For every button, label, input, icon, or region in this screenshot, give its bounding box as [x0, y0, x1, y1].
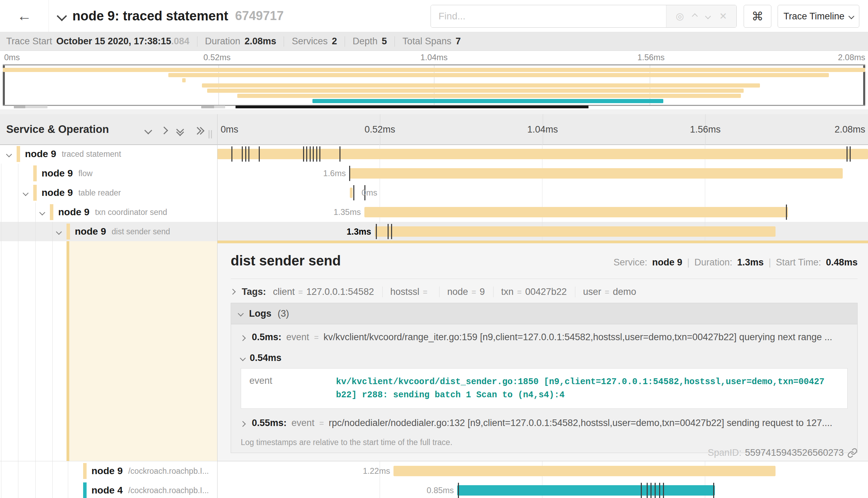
chevron-right-icon [230, 289, 236, 295]
span-tree-row[interactable]: node 9dist sender send [0, 222, 217, 241]
span-detail-panel: dist sender send Service: node 9 | Durat… [218, 241, 868, 461]
span-bar[interactable] [217, 149, 868, 159]
span-log-tick [248, 146, 249, 162]
tree-chevron-icon[interactable] [40, 210, 44, 216]
span-id-value: 5597415943526560273 [745, 447, 844, 458]
span-color-strip [17, 146, 20, 162]
span-log-tick [655, 483, 656, 498]
span-timeline-row[interactable]: 1.22ms [217, 461, 868, 481]
minimap-strip-segment [201, 106, 214, 108]
span-tree-row[interactable]: node 9txn coordinator send [0, 202, 217, 222]
span-log-tick [245, 146, 246, 162]
tag-item[interactable]: user=demo [583, 287, 645, 297]
expand-one-icon[interactable] [160, 127, 168, 135]
span-timeline-row[interactable]: 1.6ms [217, 164, 868, 183]
service-value: node 9 [652, 257, 682, 268]
deep-link-icon[interactable] [847, 448, 858, 458]
span-log-tick [316, 146, 317, 162]
back-button[interactable]: ← [0, 0, 49, 32]
span-log-tick [339, 146, 340, 162]
locate-icon[interactable]: ◎ [676, 12, 684, 21]
tag-key: client [273, 287, 295, 297]
minimap-tick-labels: 0ms0.52ms1.04ms1.56ms2.08ms [0, 52, 868, 63]
trace-view-label: Trace Timeline [783, 11, 844, 22]
minimap-span-bar [312, 99, 663, 103]
span-log-tick [242, 146, 243, 162]
span-log-tick [663, 483, 664, 498]
tree-chevron-icon[interactable] [57, 229, 61, 235]
span-tree-row[interactable]: node 4/cockroach.roachpb.I... [0, 481, 217, 498]
logs-accordion: Logs (3) 0.5ms: event = kv/kvclient/kvco… [231, 303, 858, 453]
find-input[interactable] [431, 5, 666, 27]
span-timeline-row[interactable]: 1.3ms [217, 222, 868, 241]
timeline-table-header: Service & Operation 0ms0.52ms1.04ms1.56m… [0, 114, 868, 145]
span-log-tick [259, 146, 260, 162]
tag-item[interactable]: hostssl= [390, 287, 440, 297]
minimap-canvas[interactable] [3, 64, 865, 106]
logs-count: (3) [278, 308, 289, 319]
duration-label: Duration: [694, 257, 733, 268]
span-bar[interactable] [350, 188, 353, 198]
span-operation-name: /cockroach.roachpb.I... [128, 467, 209, 476]
tag-key: hostssl [390, 287, 419, 297]
span-timeline-row[interactable]: 0.85ms [217, 481, 868, 498]
span-log-tick [313, 146, 314, 162]
find-clear-icon[interactable]: ✕ [719, 12, 727, 21]
minimap-strip-segment [214, 106, 225, 108]
tree-chevron-icon[interactable] [24, 190, 28, 197]
span-bar[interactable] [375, 226, 776, 237]
column-resize-grip[interactable] [209, 130, 212, 138]
span-tree-row[interactable]: node 9/cockroach.roachpb.I... [0, 461, 217, 481]
span-tree-row[interactable]: node 9flow [0, 164, 217, 183]
collapse-all-icon[interactable] [177, 127, 184, 134]
tag-item[interactable]: client=127.0.0.1:54582 [273, 287, 383, 297]
section-divider [0, 109, 868, 115]
collapse-trace-chevron-icon[interactable] [57, 11, 67, 21]
span-bar[interactable] [364, 207, 788, 217]
span-tree-row[interactable]: node 9table reader [0, 183, 217, 202]
tree-guide [18, 164, 18, 498]
expand-all-icon[interactable] [195, 127, 203, 134]
span-service-name: node 4 [91, 485, 123, 496]
timeline-tick-label: 1.56ms [690, 124, 721, 135]
trace-summary-bar: Trace StartOctober 15 2020, 17:38:15.084… [0, 32, 868, 51]
tag-item[interactable]: node=9 [447, 287, 494, 297]
span-duration-label: 0ms [362, 188, 377, 198]
chevron-down-icon [240, 355, 246, 361]
span-timeline-row[interactable]: 1.35ms [217, 202, 868, 222]
span-color-strip [67, 224, 70, 239]
trace-id-short: 6749717 [235, 9, 284, 23]
chevron-down-icon [849, 13, 854, 19]
timeline-tick-label: 2.08ms [838, 53, 865, 62]
span-timeline-row[interactable]: 0ms [217, 183, 868, 202]
span-log-tick [231, 146, 232, 162]
span-operation-name: /cockroach.roachpb.I... [128, 486, 209, 495]
log-entry-expanded-header[interactable]: 0.54ms [241, 353, 848, 363]
tags-accordion[interactable]: Tags: client=127.0.0.1:54582hostssl=node… [231, 283, 858, 300]
collapse-one-icon[interactable] [144, 127, 152, 135]
span-id-row: SpanID: 5597415943526560273 [708, 447, 858, 458]
logs-header[interactable]: Logs (3) [231, 303, 857, 324]
span-bar[interactable] [393, 466, 776, 476]
trace-view-select[interactable]: Trace Timeline [778, 5, 859, 28]
tree-chevron-icon[interactable] [7, 152, 11, 158]
log-entry[interactable]: 0.55ms: event = rpc/nodedialer/nodediale… [241, 418, 848, 429]
top-bar: ← node 9: traced statement 6749717 ◎ ✕ ⌘… [0, 0, 868, 32]
summary-label: Depth [353, 36, 378, 47]
span-duration-label: 1.3ms [217, 227, 371, 237]
find-prev-icon[interactable] [692, 13, 698, 19]
span-duration-label: 1.35ms [217, 207, 361, 217]
find-next-icon[interactable] [705, 13, 711, 19]
span-timeline-row[interactable] [217, 144, 868, 164]
span-log-tick [310, 146, 311, 162]
summary-label: Services [292, 36, 328, 47]
keyboard-shortcuts-button[interactable]: ⌘ [744, 5, 771, 28]
span-bar[interactable] [349, 168, 842, 179]
tags-list: client=127.0.0.1:54582hostssl=node=9txn=… [273, 287, 645, 297]
log-entry[interactable]: 0.5ms: event = kv/kvclient/kvcoord/range… [241, 332, 848, 344]
span-bar[interactable] [457, 485, 715, 496]
tag-item[interactable]: txn=00427b22 [501, 287, 576, 297]
span-tree-row[interactable]: node 9traced statement [0, 144, 217, 164]
timeline-tick-label: 1.04ms [527, 124, 558, 135]
span-service-name: node 9 [25, 148, 56, 160]
